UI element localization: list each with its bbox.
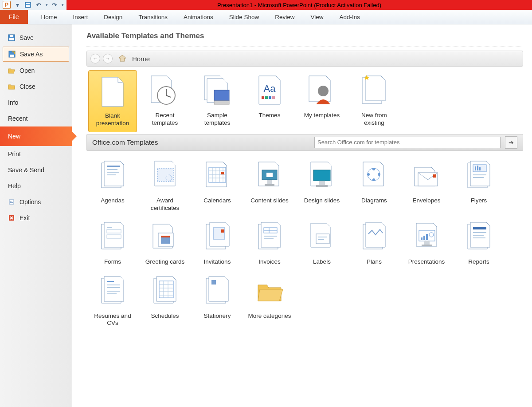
resumes-cvs-icon	[95, 274, 130, 310]
template-resumes-cvs[interactable]: Resumes and CVs	[88, 271, 137, 332]
calendars-icon	[200, 159, 235, 194]
qat-dropdown-icon[interactable]: ▾	[12, 0, 22, 9]
template-stationery[interactable]: Stationery	[193, 271, 242, 332]
tab-transitions[interactable]: Transitions	[130, 10, 176, 24]
svg-rect-76	[421, 237, 422, 240]
sidebar-item-save-as[interactable]: Save As	[3, 47, 69, 62]
office-templates-grid: Agendas Award certificates Calendars	[86, 155, 523, 332]
template-greeting-cards[interactable]: Greeting cards	[141, 217, 189, 271]
page-title: Available Templates and Themes	[86, 32, 523, 40]
template-forms[interactable]: Forms	[88, 217, 137, 271]
template-labels[interactable]: Labels	[297, 217, 346, 271]
exit-icon	[8, 214, 15, 221]
template-content-slides[interactable]: Content slides	[245, 155, 294, 217]
app-logo[interactable]: P	[2, 0, 12, 9]
template-reports[interactable]: Reports	[454, 217, 503, 271]
sidebar-item-close[interactable]: Close	[0, 79, 72, 95]
template-my-templates[interactable]: My templates	[297, 70, 346, 132]
template-invoices[interactable]: Invoices	[245, 217, 294, 271]
template-label: Themes	[259, 112, 281, 120]
svg-rect-42	[266, 173, 273, 177]
template-sample-templates[interactable]: Sample templates	[193, 70, 242, 132]
nav-back-button[interactable]: ←	[90, 54, 100, 63]
sidebar-item-exit[interactable]: Exit	[0, 210, 72, 226]
template-calendars[interactable]: Calendars	[193, 155, 242, 217]
tab-home[interactable]: Home	[33, 10, 65, 24]
search-input[interactable]	[314, 137, 501, 148]
presentations-icon	[409, 220, 444, 256]
template-label: Greeting cards	[145, 258, 185, 266]
forms-icon	[95, 220, 130, 256]
sidebar-item-label: Recent	[8, 115, 27, 122]
template-more-categories[interactable]: More categories	[245, 271, 294, 332]
svg-rect-38	[221, 172, 224, 174]
tab-file[interactable]: File	[0, 10, 28, 24]
undo-icon[interactable]: ↶	[34, 0, 43, 9]
template-recent-templates[interactable]: Recent templates	[141, 70, 189, 132]
template-label: Presentations	[408, 258, 445, 266]
tab-insert[interactable]: Insert	[65, 10, 96, 24]
template-agendas[interactable]: Agendas	[88, 155, 137, 217]
svg-rect-19	[265, 96, 268, 99]
sidebar-item-options[interactable]: Options	[0, 194, 72, 210]
design-slides-icon	[304, 159, 340, 194]
template-themes[interactable]: Aa Themes	[245, 70, 294, 132]
new-from-existing-icon	[356, 74, 392, 109]
template-presentations[interactable]: Presentations	[402, 217, 451, 271]
close-doc-icon	[8, 83, 15, 90]
sample-templates-icon	[200, 74, 235, 109]
home-icon[interactable]	[118, 54, 127, 63]
sidebar-item-open[interactable]: Open	[0, 63, 72, 79]
content-area: Available Templates and Themes ← → Home …	[72, 24, 532, 407]
sidebar-item-recent[interactable]: Recent	[0, 111, 72, 126]
svg-rect-87	[107, 285, 120, 285]
svg-rect-74	[318, 239, 324, 240]
undo-dropdown-icon[interactable]: ▾	[44, 0, 49, 9]
template-award-certificates[interactable]: Award certificates	[141, 155, 189, 217]
breadcrumb-current[interactable]: Home	[132, 55, 150, 63]
svg-rect-20	[269, 96, 271, 99]
svg-rect-52	[433, 174, 436, 178]
svg-rect-54	[475, 166, 476, 170]
qat-customize-dropdown-icon[interactable]: ▾	[60, 0, 65, 9]
svg-rect-25	[107, 169, 117, 170]
save-icon[interactable]	[23, 0, 33, 9]
template-label: Award certificates	[142, 197, 188, 212]
sidebar-item-print[interactable]: Print	[0, 146, 72, 162]
template-diagrams[interactable]: Diagrams	[350, 155, 399, 217]
tab-review[interactable]: Review	[267, 10, 302, 24]
tab-add-ins[interactable]: Add-Ins	[332, 10, 368, 24]
svg-rect-82	[473, 227, 486, 229]
tab-view[interactable]: View	[303, 10, 332, 24]
arrow-right-icon: →	[105, 55, 110, 62]
template-plans[interactable]: Plans	[350, 217, 399, 271]
sidebar-item-label: Save As	[20, 51, 43, 58]
svg-text:Aa: Aa	[264, 83, 276, 94]
template-label: Content slides	[250, 197, 289, 205]
template-schedules[interactable]: Schedules	[141, 271, 189, 332]
template-envelopes[interactable]: Envelopes	[402, 155, 451, 217]
sidebar-item-label: Exit	[20, 214, 30, 221]
sidebar-item-save-send[interactable]: Save & Send	[0, 162, 72, 178]
sidebar-item-save[interactable]: Save	[0, 30, 72, 46]
redo-icon[interactable]: ↷	[50, 0, 59, 9]
sidebar-item-info[interactable]: Info	[0, 95, 72, 111]
tab-slide-show[interactable]: Slide Show	[221, 10, 267, 24]
template-blank-presentation[interactable]: Blank presentation	[88, 70, 137, 132]
sidebar-item-help[interactable]: Help	[0, 178, 72, 194]
ribbon-tabs: File Home Insert Design Transitions Anim…	[0, 10, 532, 24]
svg-rect-71	[264, 238, 274, 239]
svg-rect-15	[214, 90, 229, 101]
template-flyers[interactable]: Flyers	[454, 155, 503, 217]
tab-design[interactable]: Design	[96, 10, 130, 24]
tab-animations[interactable]: Animations	[176, 10, 221, 24]
template-invitations[interactable]: Invitations	[193, 217, 242, 271]
svg-rect-43	[313, 170, 330, 181]
template-design-slides[interactable]: Design slides	[297, 155, 346, 217]
template-new-from-existing[interactable]: New from existing	[350, 70, 399, 132]
local-templates-grid: Blank presentation Recent templates	[86, 70, 523, 132]
sidebar-item-new[interactable]: New	[0, 126, 72, 146]
nav-forward-button[interactable]: →	[103, 54, 113, 63]
search-go-button[interactable]: ➔	[505, 136, 517, 149]
svg-rect-27	[107, 174, 116, 175]
